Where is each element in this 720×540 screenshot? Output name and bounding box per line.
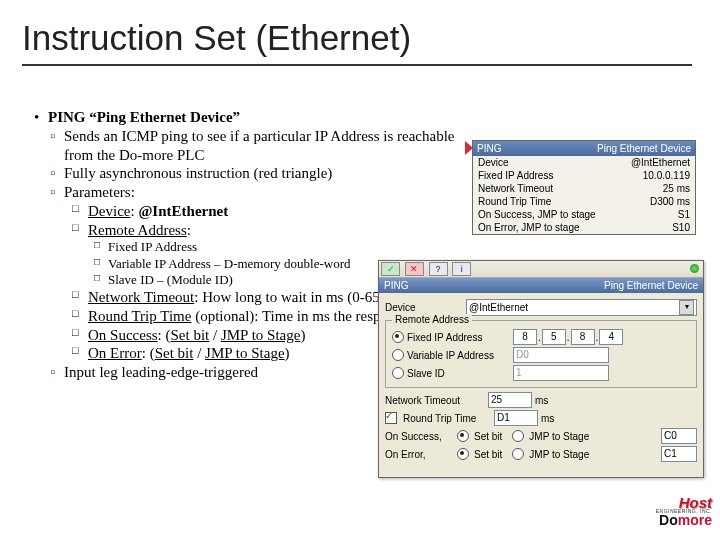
- on-error-row: On Error, Set bit JMP to Stage C1: [385, 446, 697, 462]
- title-rule: [22, 64, 692, 66]
- instruction-block: PING Ping Ethernet Device Device@IntEthe…: [472, 140, 696, 235]
- error-jmp-radio[interactable]: [512, 448, 524, 460]
- inst-row: Fixed IP Address10.0.0.119: [473, 169, 695, 182]
- fixed-ip-option: Fixed IP Address 8. 5. 8. 4: [392, 329, 690, 345]
- sub-async: Fully asynchronous instruction (red tria…: [36, 164, 466, 183]
- ip-seg-3[interactable]: 8: [571, 329, 595, 345]
- ip-seg-2[interactable]: 5: [542, 329, 566, 345]
- device-dropdown[interactable]: @IntEthernet ▾: [466, 299, 697, 316]
- inst-row: On Success, JMP to stageS1: [473, 208, 695, 221]
- param-remote: Remote Address:: [36, 221, 466, 240]
- red-triangle-icon: [465, 141, 473, 155]
- ip-seg-1[interactable]: 8: [513, 329, 537, 345]
- inst-row: Round Trip TimeD300 ms: [473, 195, 695, 208]
- variable-ip-radio[interactable]: [392, 349, 404, 361]
- remote-address-group: Remote Address Fixed IP Address 8. 5. 8.…: [385, 320, 697, 388]
- device-label: Device: [385, 302, 463, 313]
- info-button[interactable]: i: [452, 262, 471, 276]
- network-timeout-field[interactable]: 25: [488, 392, 532, 408]
- dialog-body: Device @IntEthernet ▾ Remote Address Fix…: [379, 293, 703, 468]
- inst-row: Device@IntEthernet: [473, 156, 695, 169]
- ping-dialog: ✓ ✕ ? i PING Ping Ethernet Device Device…: [378, 260, 704, 478]
- success-setbit-radio[interactable]: [457, 430, 469, 442]
- accept-button[interactable]: ✓: [381, 262, 400, 276]
- rtt-checkbox[interactable]: [385, 412, 397, 424]
- status-dot-icon: [690, 264, 699, 273]
- network-timeout-row: Network Timeout 25 ms: [385, 392, 697, 408]
- on-success-row: On Success, Set bit JMP to Stage C0: [385, 428, 697, 444]
- slave-id-radio[interactable]: [392, 367, 404, 379]
- dialog-title: PING Ping Ethernet Device: [379, 278, 703, 293]
- variable-ip-field[interactable]: D0: [513, 347, 609, 363]
- rtt-row: Round Trip Time D1 ms: [385, 410, 697, 426]
- logo: Host ENGINEERING, INC. Domore: [622, 494, 712, 534]
- help-button[interactable]: ?: [429, 262, 448, 276]
- title-block: Instruction Set (Ethernet): [22, 18, 720, 66]
- sub-params: Parameters:: [36, 183, 466, 202]
- success-jmp-radio[interactable]: [512, 430, 524, 442]
- ip-seg-4[interactable]: 4: [599, 329, 623, 345]
- on-error-label: On Error,: [385, 449, 457, 460]
- variable-ip-option: Variable IP Address D0: [392, 347, 690, 363]
- on-success-label: On Success,: [385, 431, 457, 442]
- remote-group-label: Remote Address: [392, 314, 472, 325]
- slave-id-field[interactable]: 1: [513, 365, 609, 381]
- inst-row: On Error, JMP to stageS10: [473, 221, 695, 234]
- fixed-ip-radio[interactable]: [392, 331, 404, 343]
- rtt-field[interactable]: D1: [494, 410, 538, 426]
- success-target-field[interactable]: C0: [661, 428, 697, 444]
- instruction-header: PING Ping Ethernet Device: [473, 141, 695, 156]
- chevron-down-icon: ▾: [679, 300, 694, 315]
- param-device: Device: @IntEthernet: [36, 202, 466, 221]
- error-target-field[interactable]: C1: [661, 446, 697, 462]
- cancel-button[interactable]: ✕: [405, 262, 424, 276]
- logo-domore: Domore: [622, 512, 712, 528]
- dialog-toolbar: ✓ ✕ ? i: [379, 261, 703, 278]
- error-setbit-radio[interactable]: [457, 448, 469, 460]
- remote-opt-fixed: Fixed IP Address: [36, 239, 466, 255]
- sub-send: Sends an ICMP ping to see if a particula…: [36, 127, 466, 165]
- network-timeout-label: Network Timeout: [385, 395, 485, 406]
- page-title: Instruction Set (Ethernet): [22, 18, 720, 60]
- bullet-ping: PING “Ping Ethernet Device”: [36, 108, 466, 127]
- inst-row: Network Timeout25 ms: [473, 182, 695, 195]
- rtt-label: Round Trip Time: [403, 413, 491, 424]
- slave-id-option: Slave ID 1: [392, 365, 690, 381]
